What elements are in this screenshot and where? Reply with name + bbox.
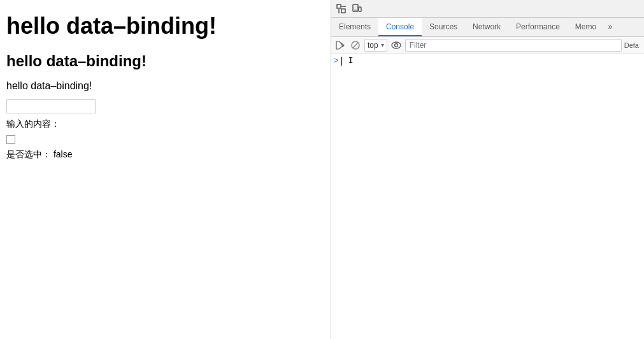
cursor-caret: I xyxy=(348,56,354,66)
svg-rect-0 xyxy=(337,4,341,8)
devtools-panel: Elements Console Sources Network Perform… xyxy=(331,0,644,339)
tab-memory[interactable]: Memo xyxy=(568,18,604,36)
tab-overflow-icon[interactable]: » xyxy=(604,20,616,34)
svg-line-10 xyxy=(353,42,359,48)
dropdown-arrow-icon: ▾ xyxy=(381,41,384,48)
heading-large: hello data–binding! xyxy=(6,13,324,40)
console-input-row[interactable]: > I xyxy=(331,55,644,67)
tab-elements[interactable]: Elements xyxy=(331,18,378,36)
devtools-top-bar xyxy=(331,0,644,18)
heading-small: hello data–binding! xyxy=(6,80,324,92)
text-input[interactable] xyxy=(6,99,96,113)
checkbox-row xyxy=(6,135,324,144)
checkbox-value: false xyxy=(54,149,73,159)
block-icon[interactable] xyxy=(349,39,362,52)
default-levels-label: Defa xyxy=(624,41,641,49)
svg-rect-3 xyxy=(341,9,345,13)
context-selector[interactable]: top ▾ xyxy=(364,39,387,52)
device-toggle-icon[interactable] xyxy=(349,1,364,17)
eye-icon[interactable] xyxy=(390,39,403,52)
console-prompt[interactable]: > xyxy=(334,56,339,66)
console-toolbar-bar: top ▾ Defa xyxy=(331,37,644,54)
main-content-panel: hello data–binding! hello data–binding! … xyxy=(0,0,331,339)
console-filter-input[interactable] xyxy=(405,39,622,52)
devtools-tabs-bar: Elements Console Sources Network Perform… xyxy=(331,18,644,37)
console-content-area[interactable]: > I xyxy=(331,54,644,339)
console-cursor-bar xyxy=(341,57,342,66)
checkbox-input[interactable] xyxy=(6,135,15,144)
checkbox-label: 是否选中： false xyxy=(6,149,324,161)
checkbox-label-text: 是否选中： xyxy=(6,149,51,159)
svg-marker-7 xyxy=(336,41,344,49)
input-label: 输入的内容： xyxy=(6,119,324,130)
svg-rect-5 xyxy=(359,7,361,11)
context-selector-value: top xyxy=(368,41,378,50)
tab-console[interactable]: Console xyxy=(378,18,422,36)
clear-console-icon[interactable] xyxy=(334,39,347,52)
tab-network[interactable]: Network xyxy=(465,18,508,36)
inspect-element-icon[interactable] xyxy=(334,1,349,17)
heading-medium: hello data–binding! xyxy=(6,52,324,70)
tab-sources[interactable]: Sources xyxy=(422,18,465,36)
console-input-cursor[interactable]: I xyxy=(341,56,354,66)
svg-point-11 xyxy=(392,42,401,48)
tab-performance[interactable]: Performance xyxy=(508,18,568,36)
svg-point-12 xyxy=(394,43,397,47)
